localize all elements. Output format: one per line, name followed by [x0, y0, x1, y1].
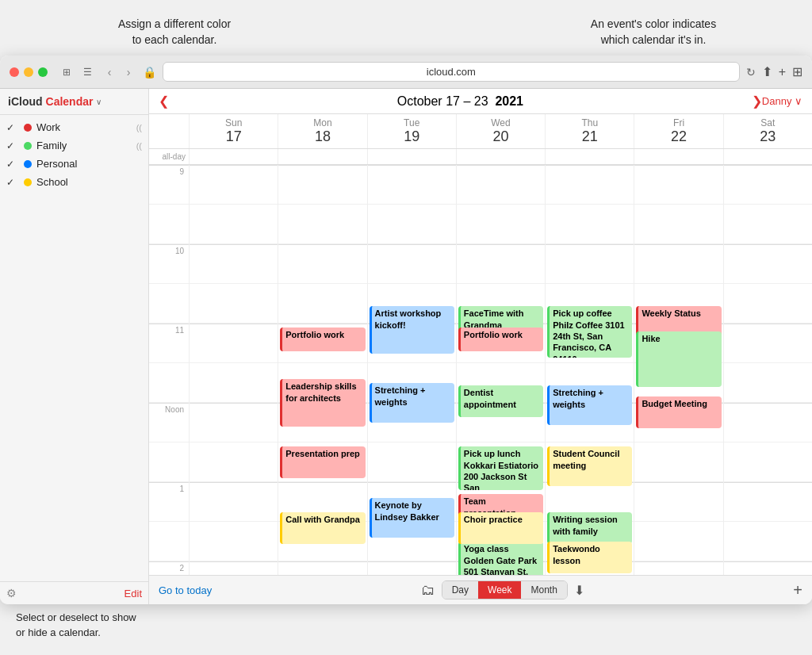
day-header-sun: Sun 17	[189, 114, 278, 148]
event-mon[interactable]: Leadership skills for architects	[280, 379, 365, 427]
day-cell	[190, 205, 278, 244]
day-name-fri: Fri	[673, 117, 684, 128]
minimize-button[interactable]	[24, 67, 33, 77]
browser-actions: ⬆ + ⊞	[762, 64, 802, 79]
browser-window: ⊞ ☰ ‹ › 🔒 icloud.com ↻ ⬆ + ⊞	[0, 56, 812, 604]
user-menu-button[interactable]: Danny ∨	[762, 95, 802, 107]
prev-week-button[interactable]: ❮	[159, 94, 169, 109]
day-cell	[190, 482, 278, 522]
calendar-list: ✓ Work (( ✓ Family (( ✓ Personal	[0, 115, 148, 581]
day-cell	[190, 442, 278, 482]
calendar-dot-personal	[24, 160, 32, 168]
sidebar-dropdown-icon[interactable]: ∨	[96, 98, 102, 106]
calendar-item-school[interactable]: ✓ School	[0, 173, 148, 191]
sidebar-toggle-icon[interactable]: ⊞	[59, 64, 75, 80]
event-mon[interactable]: Portfolio work	[280, 328, 365, 351]
calendar-dot-school	[24, 178, 32, 186]
day-num-sun: 17	[194, 128, 273, 145]
calendar-name-family: Family	[36, 140, 133, 151]
day-cell	[724, 442, 812, 482]
event-wed[interactable]: Portfolio work	[458, 328, 543, 351]
close-button[interactable]	[10, 67, 19, 77]
edit-button[interactable]: Edit	[124, 588, 142, 599]
reload-icon[interactable]: ↻	[746, 66, 756, 79]
calendar-item-work[interactable]: ✓ Work ((	[0, 118, 148, 136]
allday-tue	[367, 149, 456, 164]
time-column: 91011Noon12345678	[149, 165, 189, 575]
time-slot-3	[149, 284, 189, 324]
event-wed[interactable]: Dentist appointment	[458, 385, 543, 417]
event-thu[interactable]: Student Council meeting	[547, 446, 632, 486]
tabs-icon[interactable]: ⊞	[792, 64, 802, 79]
day-name-mon: Mon	[313, 117, 331, 128]
time-slot-7	[149, 442, 189, 482]
allday-fri	[634, 149, 722, 164]
fullscreen-button[interactable]	[38, 67, 48, 77]
day-column-wed: FaceTime with GrandmaPortfolio workDenti…	[456, 165, 545, 575]
gear-icon[interactable]: ⚙	[6, 587, 17, 599]
month-view-button[interactable]: Month	[521, 581, 566, 599]
day-column-sun	[189, 165, 278, 575]
day-column-thu: Pick up coffeePhilz Coffee 310124th St, …	[545, 165, 634, 575]
day-cell	[634, 165, 722, 205]
sidebar: iCloud Calendar ∨ ✓ Work (( ✓ Family	[0, 89, 149, 604]
calendar-name-school: School	[36, 176, 142, 188]
event-wed[interactable]: Yoga classGolden Gate Park501 Stanyan St…	[458, 542, 543, 575]
time-slot-8: 1	[149, 482, 189, 522]
event-tue[interactable]: Artist workshop kickoff!	[370, 306, 454, 354]
day-cell	[368, 205, 456, 244]
day-view-button[interactable]: Day	[442, 581, 478, 599]
calendar-check-work: ✓	[6, 122, 19, 133]
calendar-item-personal[interactable]: ✓ Personal	[0, 155, 148, 173]
day-header-fri: Fri 22	[634, 114, 722, 148]
day-cell	[190, 522, 278, 561]
event-fri[interactable]: Hike	[636, 331, 721, 387]
event-thu[interactable]: Pick up coffeePhilz Coffee 310124th St, …	[547, 306, 632, 358]
event-thu[interactable]: Writing session with family	[547, 512, 632, 544]
event-mon[interactable]: Presentation prep	[280, 446, 365, 478]
footer-center: 🗂 Day Week Month ⬇	[221, 580, 783, 599]
download-icon[interactable]: ⬇	[574, 583, 584, 598]
header-spacer	[149, 114, 189, 148]
week-view-button[interactable]: Week	[478, 581, 521, 599]
day-name-thu: Thu	[581, 117, 598, 128]
event-fri[interactable]: Budget Meeting	[636, 396, 721, 428]
calendar-dot-work	[24, 124, 32, 132]
privacy-icon: 🔒	[143, 66, 156, 79]
day-cell	[634, 442, 722, 482]
reader-icon[interactable]: ☰	[79, 64, 95, 80]
event-thu[interactable]: Stretching + weights	[547, 385, 632, 425]
day-cell	[457, 205, 545, 244]
time-slot-10: 2	[149, 561, 189, 575]
time-slot-1	[149, 205, 189, 244]
event-mon[interactable]: Call with Grandpa	[280, 512, 365, 544]
day-cell	[190, 284, 278, 324]
allday-sat	[723, 149, 812, 164]
forward-button[interactable]: ›	[121, 64, 136, 80]
event-thu[interactable]: Taekwondo lesson	[547, 542, 632, 573]
day-num-sat: 23	[729, 128, 807, 145]
calendar-share-work: ((	[136, 123, 142, 132]
event-wed[interactable]: Pick up lunchKokkari Estiatorio200 Jacks…	[458, 446, 543, 490]
add-event-button[interactable]: +	[793, 581, 802, 599]
calendar-check-school: ✓	[6, 177, 19, 188]
address-bar[interactable]: icloud.com	[163, 62, 740, 82]
time-slot-0: 9	[149, 165, 189, 205]
day-header-tue: Tue 19	[367, 114, 456, 148]
day-cell	[190, 324, 278, 363]
day-column-tue: Artist workshop kickoff!Stretching + wei…	[367, 165, 456, 575]
inbox-icon[interactable]: 🗂	[421, 582, 435, 599]
share-icon[interactable]: ⬆	[762, 64, 772, 79]
event-tue[interactable]: Stretching + weights	[370, 383, 454, 423]
next-week-button[interactable]: ❯	[752, 94, 762, 109]
day-column-fri: Weekly StatusHikeBudget Meeting	[634, 165, 722, 575]
day-num-wed: 20	[462, 128, 540, 145]
new-tab-icon[interactable]: +	[779, 65, 786, 79]
event-tue[interactable]: Keynote by Lindsey Bakker	[370, 498, 454, 538]
day-cell	[546, 205, 634, 244]
back-button[interactable]: ‹	[102, 64, 117, 80]
day-column-mon: Portfolio workLeadership skills for arch…	[278, 165, 366, 575]
go-today-button[interactable]: Go to today	[159, 584, 212, 596]
event-wed-choir[interactable]: Choir practice	[458, 512, 543, 544]
calendar-item-family[interactable]: ✓ Family ((	[0, 136, 148, 155]
